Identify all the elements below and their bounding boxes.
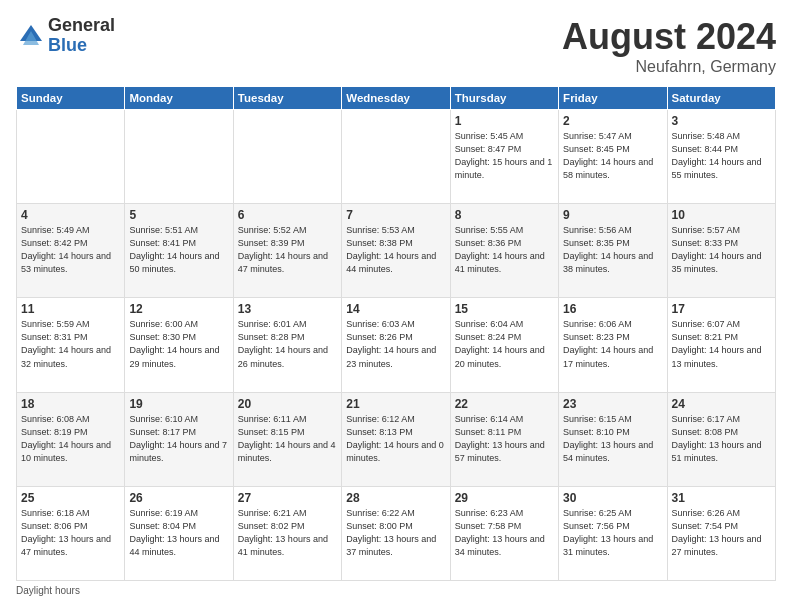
calendar-cell: 28Sunrise: 6:22 AM Sunset: 8:00 PM Dayli… — [342, 486, 450, 580]
day-number: 24 — [672, 397, 771, 411]
day-number: 1 — [455, 114, 554, 128]
day-info: Sunrise: 6:01 AM Sunset: 8:28 PM Dayligh… — [238, 318, 337, 370]
calendar-week-0: 1Sunrise: 5:45 AM Sunset: 8:47 PM Daylig… — [17, 110, 776, 204]
calendar-cell: 3Sunrise: 5:48 AM Sunset: 8:44 PM Daylig… — [667, 110, 775, 204]
calendar-cell: 15Sunrise: 6:04 AM Sunset: 8:24 PM Dayli… — [450, 298, 558, 392]
weekday-header-saturday: Saturday — [667, 87, 775, 110]
calendar-cell: 8Sunrise: 5:55 AM Sunset: 8:36 PM Daylig… — [450, 204, 558, 298]
title-block: August 2024 Neufahrn, Germany — [562, 16, 776, 76]
calendar-cell: 1Sunrise: 5:45 AM Sunset: 8:47 PM Daylig… — [450, 110, 558, 204]
day-info: Sunrise: 6:18 AM Sunset: 8:06 PM Dayligh… — [21, 507, 120, 559]
day-info: Sunrise: 6:21 AM Sunset: 8:02 PM Dayligh… — [238, 507, 337, 559]
calendar-cell: 31Sunrise: 6:26 AM Sunset: 7:54 PM Dayli… — [667, 486, 775, 580]
day-info: Sunrise: 6:26 AM Sunset: 7:54 PM Dayligh… — [672, 507, 771, 559]
calendar: SundayMondayTuesdayWednesdayThursdayFrid… — [16, 86, 776, 581]
day-info: Sunrise: 5:57 AM Sunset: 8:33 PM Dayligh… — [672, 224, 771, 276]
logo-blue: Blue — [48, 36, 115, 56]
day-number: 29 — [455, 491, 554, 505]
day-info: Sunrise: 6:12 AM Sunset: 8:13 PM Dayligh… — [346, 413, 445, 465]
day-number: 3 — [672, 114, 771, 128]
calendar-cell: 23Sunrise: 6:15 AM Sunset: 8:10 PM Dayli… — [559, 392, 667, 486]
day-info: Sunrise: 5:51 AM Sunset: 8:41 PM Dayligh… — [129, 224, 228, 276]
calendar-cell — [233, 110, 341, 204]
day-number: 11 — [21, 302, 120, 316]
day-info: Sunrise: 6:07 AM Sunset: 8:21 PM Dayligh… — [672, 318, 771, 370]
day-info: Sunrise: 5:53 AM Sunset: 8:38 PM Dayligh… — [346, 224, 445, 276]
day-number: 6 — [238, 208, 337, 222]
day-number: 4 — [21, 208, 120, 222]
day-info: Sunrise: 5:48 AM Sunset: 8:44 PM Dayligh… — [672, 130, 771, 182]
day-info: Sunrise: 6:00 AM Sunset: 8:30 PM Dayligh… — [129, 318, 228, 370]
day-info: Sunrise: 6:08 AM Sunset: 8:19 PM Dayligh… — [21, 413, 120, 465]
day-number: 13 — [238, 302, 337, 316]
day-info: Sunrise: 5:52 AM Sunset: 8:39 PM Dayligh… — [238, 224, 337, 276]
calendar-cell: 19Sunrise: 6:10 AM Sunset: 8:17 PM Dayli… — [125, 392, 233, 486]
weekday-header-thursday: Thursday — [450, 87, 558, 110]
calendar-cell: 27Sunrise: 6:21 AM Sunset: 8:02 PM Dayli… — [233, 486, 341, 580]
calendar-cell: 26Sunrise: 6:19 AM Sunset: 8:04 PM Dayli… — [125, 486, 233, 580]
calendar-cell: 9Sunrise: 5:56 AM Sunset: 8:35 PM Daylig… — [559, 204, 667, 298]
weekday-header-row: SundayMondayTuesdayWednesdayThursdayFrid… — [17, 87, 776, 110]
calendar-cell: 5Sunrise: 5:51 AM Sunset: 8:41 PM Daylig… — [125, 204, 233, 298]
day-number: 12 — [129, 302, 228, 316]
day-number: 8 — [455, 208, 554, 222]
calendar-cell: 29Sunrise: 6:23 AM Sunset: 7:58 PM Dayli… — [450, 486, 558, 580]
calendar-week-2: 11Sunrise: 5:59 AM Sunset: 8:31 PM Dayli… — [17, 298, 776, 392]
day-info: Sunrise: 5:56 AM Sunset: 8:35 PM Dayligh… — [563, 224, 662, 276]
calendar-cell: 13Sunrise: 6:01 AM Sunset: 8:28 PM Dayli… — [233, 298, 341, 392]
day-info: Sunrise: 6:25 AM Sunset: 7:56 PM Dayligh… — [563, 507, 662, 559]
calendar-cell: 16Sunrise: 6:06 AM Sunset: 8:23 PM Dayli… — [559, 298, 667, 392]
day-info: Sunrise: 6:14 AM Sunset: 8:11 PM Dayligh… — [455, 413, 554, 465]
day-info: Sunrise: 6:03 AM Sunset: 8:26 PM Dayligh… — [346, 318, 445, 370]
calendar-cell: 2Sunrise: 5:47 AM Sunset: 8:45 PM Daylig… — [559, 110, 667, 204]
month-year-title: August 2024 — [562, 16, 776, 58]
day-number: 21 — [346, 397, 445, 411]
calendar-cell: 18Sunrise: 6:08 AM Sunset: 8:19 PM Dayli… — [17, 392, 125, 486]
day-info: Sunrise: 6:06 AM Sunset: 8:23 PM Dayligh… — [563, 318, 662, 370]
day-info: Sunrise: 6:22 AM Sunset: 8:00 PM Dayligh… — [346, 507, 445, 559]
day-info: Sunrise: 6:04 AM Sunset: 8:24 PM Dayligh… — [455, 318, 554, 370]
day-number: 14 — [346, 302, 445, 316]
logo-text: General Blue — [48, 16, 115, 56]
calendar-cell: 22Sunrise: 6:14 AM Sunset: 8:11 PM Dayli… — [450, 392, 558, 486]
day-number: 22 — [455, 397, 554, 411]
day-info: Sunrise: 5:59 AM Sunset: 8:31 PM Dayligh… — [21, 318, 120, 370]
day-info: Sunrise: 6:19 AM Sunset: 8:04 PM Dayligh… — [129, 507, 228, 559]
logo: General Blue — [16, 16, 115, 56]
day-number: 25 — [21, 491, 120, 505]
calendar-cell: 12Sunrise: 6:00 AM Sunset: 8:30 PM Dayli… — [125, 298, 233, 392]
day-number: 15 — [455, 302, 554, 316]
weekday-header-wednesday: Wednesday — [342, 87, 450, 110]
day-number: 17 — [672, 302, 771, 316]
weekday-header-friday: Friday — [559, 87, 667, 110]
day-number: 18 — [21, 397, 120, 411]
calendar-week-3: 18Sunrise: 6:08 AM Sunset: 8:19 PM Dayli… — [17, 392, 776, 486]
day-number: 30 — [563, 491, 662, 505]
day-info: Sunrise: 5:55 AM Sunset: 8:36 PM Dayligh… — [455, 224, 554, 276]
day-info: Sunrise: 5:47 AM Sunset: 8:45 PM Dayligh… — [563, 130, 662, 182]
day-number: 19 — [129, 397, 228, 411]
calendar-cell — [125, 110, 233, 204]
calendar-week-4: 25Sunrise: 6:18 AM Sunset: 8:06 PM Dayli… — [17, 486, 776, 580]
calendar-cell: 24Sunrise: 6:17 AM Sunset: 8:08 PM Dayli… — [667, 392, 775, 486]
page: General Blue August 2024 Neufahrn, Germa… — [0, 0, 792, 612]
calendar-cell: 25Sunrise: 6:18 AM Sunset: 8:06 PM Dayli… — [17, 486, 125, 580]
day-info: Sunrise: 6:23 AM Sunset: 7:58 PM Dayligh… — [455, 507, 554, 559]
day-number: 7 — [346, 208, 445, 222]
logo-icon — [16, 21, 46, 51]
day-info: Sunrise: 6:10 AM Sunset: 8:17 PM Dayligh… — [129, 413, 228, 465]
day-number: 23 — [563, 397, 662, 411]
calendar-cell: 21Sunrise: 6:12 AM Sunset: 8:13 PM Dayli… — [342, 392, 450, 486]
calendar-cell: 7Sunrise: 5:53 AM Sunset: 8:38 PM Daylig… — [342, 204, 450, 298]
logo-general: General — [48, 16, 115, 36]
calendar-cell: 11Sunrise: 5:59 AM Sunset: 8:31 PM Dayli… — [17, 298, 125, 392]
header: General Blue August 2024 Neufahrn, Germa… — [16, 16, 776, 76]
footer-note: Daylight hours — [16, 585, 776, 596]
day-number: 2 — [563, 114, 662, 128]
day-number: 9 — [563, 208, 662, 222]
day-number: 5 — [129, 208, 228, 222]
day-number: 20 — [238, 397, 337, 411]
calendar-cell: 6Sunrise: 5:52 AM Sunset: 8:39 PM Daylig… — [233, 204, 341, 298]
calendar-cell — [17, 110, 125, 204]
location-label: Neufahrn, Germany — [562, 58, 776, 76]
